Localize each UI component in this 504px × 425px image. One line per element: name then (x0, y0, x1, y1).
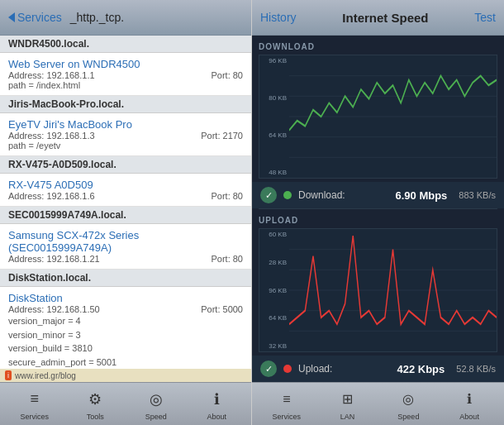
y-label: 48 KB (259, 169, 289, 176)
y-label: 96 KB (259, 57, 289, 64)
download-check-icon: ✓ (260, 187, 277, 203)
download-chart: 96 KB 80 KB 64 KB 48 KB (259, 55, 497, 179)
upload-stat-label: Upload: (298, 363, 332, 375)
right-speed-icon: ◎ (397, 388, 420, 411)
y-label: 32 KB (259, 342, 289, 350)
right-footer-item-lan[interactable]: ⊞ LAN (317, 388, 378, 421)
port-label: Port: 80 (211, 191, 243, 201)
footer-label-services: Services (20, 413, 49, 421)
port-label: Port: 80 (211, 254, 243, 264)
download-section: DOWNLOAD 96 KB 80 KB 64 KB 48 KB (252, 36, 504, 182)
upload-chart-svg (289, 229, 497, 351)
download-svg-container (289, 55, 497, 178)
section-header-macbook: Jiris-MacBook-Pro.local. (0, 96, 251, 113)
upload-label: UPLOAD (259, 216, 497, 225)
back-button[interactable]: Services (8, 11, 62, 24)
right-about-icon: ℹ (458, 388, 481, 411)
device-section-macbook: Jiris-MacBook-Pro.local. EyeTV Jiri's Ma… (0, 96, 251, 156)
y-label: 64 KB (259, 314, 289, 322)
device-item[interactable]: Samsung SCX-472x Series (SEC0015999A749A… (0, 224, 251, 270)
address-label: Address: 192.168.1.6 (8, 191, 95, 201)
device-detail: Address: 192.168.1.50 Port: 5000 (8, 304, 243, 314)
upload-check-icon: ✓ (260, 361, 277, 377)
right-footer-label-services: Services (273, 413, 302, 421)
device-name: Web Server on WNDR4500 (8, 58, 243, 70)
y-label: 28 KB (259, 259, 289, 266)
watermark-icon: i (5, 370, 12, 380)
device-path: path = /index.html (8, 80, 243, 90)
right-footer-label-lan: LAN (340, 413, 355, 421)
address-label: Address: 192.168.1.1 (8, 70, 95, 80)
device-section-sec: SEC0015999A749A.local. Samsung SCX-472x … (0, 207, 251, 270)
download-stats-bar: ✓ Download: 6.90 Mbps 883 KB/s (252, 182, 504, 208)
y-label: 96 KB (259, 287, 289, 294)
upload-chart: 60 KB 28 KB 96 KB 64 KB 32 KB (259, 228, 497, 352)
right-footer: ≡ Services ⊞ LAN ◎ Speed ℹ About (252, 382, 504, 425)
y-label: 60 KB (259, 231, 289, 238)
device-detail: Address: 192.168.1.1 Port: 80 (8, 70, 243, 80)
diskstation-extra: version_major = 4 version_minor = 3 vers… (8, 314, 243, 369)
section-header-diskstation: DiskStation.local. (0, 270, 251, 287)
services-icon: ≡ (23, 388, 46, 411)
footer-item-services[interactable]: ≡ Services (4, 388, 65, 421)
port-label: Port: 2170 (201, 131, 243, 141)
watermark: i www.ired.gr/blog (0, 369, 251, 382)
section-header-rxv475: RX-V475-A0D509.local. (0, 156, 251, 174)
footer-item-tools[interactable]: ⚙ Tools (65, 388, 126, 421)
device-item[interactable]: Web Server on WNDR4500 Address: 192.168.… (0, 53, 251, 96)
right-footer-item-services[interactable]: ≡ Services (256, 388, 317, 421)
footer-label-about: About (207, 413, 226, 421)
y-label: 80 KB (259, 94, 289, 102)
right-footer-item-speed[interactable]: ◎ Speed (378, 388, 440, 421)
right-panel: History Internet Speed Test DOWNLOAD 96 … (252, 0, 504, 425)
device-item[interactable]: RX-V475 A0D509 Address: 192.168.1.6 Port… (0, 174, 251, 207)
device-name: DiskStation (8, 292, 243, 304)
speed-icon: ◎ (145, 388, 168, 411)
watermark-text: www.ired.gr/blog (15, 371, 76, 380)
right-footer-label-about: About (459, 413, 479, 421)
right-header: History Internet Speed Test (252, 0, 504, 36)
right-lan-icon: ⊞ (336, 388, 359, 411)
back-label[interactable]: Services (17, 11, 62, 24)
device-section-diskstation: DiskStation.local. DiskStation Address: … (0, 270, 251, 369)
device-path: path = /eyetv (8, 141, 243, 150)
device-item[interactable]: DiskStation Address: 192.168.1.50 Port: … (0, 287, 251, 369)
footer-item-speed[interactable]: ◎ Speed (126, 388, 187, 421)
upload-speed-alt: 52.8 KB/s (456, 364, 496, 374)
device-section-wndr4500: WNDR4500.local. Web Server on WNDR4500 A… (0, 36, 251, 96)
device-detail: Address: 192.168.1.6 Port: 80 (8, 191, 243, 201)
address-label: Address: 192.168.1.50 (8, 304, 100, 314)
back-chevron-icon (8, 12, 15, 22)
address-label: Address: 192.168.1.21 (8, 254, 100, 264)
download-legend-dot (283, 191, 292, 199)
right-footer-item-about[interactable]: ℹ About (439, 388, 500, 421)
left-panel: Services _http._tcp. WNDR4500.local. Web… (0, 0, 252, 425)
download-speed-alt: 883 KB/s (459, 190, 496, 200)
upload-y-labels: 60 KB 28 KB 96 KB 64 KB 32 KB (259, 229, 289, 351)
right-services-icon: ≡ (275, 388, 298, 411)
tools-icon: ⚙ (83, 388, 107, 411)
download-chart-svg (289, 55, 497, 178)
test-button[interactable]: Test (474, 11, 496, 24)
left-header: Services _http._tcp. (0, 0, 251, 36)
footer-item-about[interactable]: ℹ About (187, 388, 248, 421)
section-header-sec: SEC0015999A749A.local. (0, 207, 251, 224)
right-title: Internet Speed (342, 11, 428, 25)
left-header-title: _http._tcp. (70, 11, 124, 24)
download-y-labels: 96 KB 80 KB 64 KB 48 KB (259, 55, 289, 178)
device-item[interactable]: EyeTV Jiri's MacBook Pro Address: 192.16… (0, 113, 251, 156)
device-detail: Address: 192.168.1.3 Port: 2170 (8, 131, 243, 141)
port-label: Port: 80 (211, 70, 243, 80)
upload-stats-bar: ✓ Upload: 422 Kbps 52.8 KB/s (252, 356, 504, 382)
right-footer-label-speed: Speed (397, 413, 419, 421)
download-label: DOWNLOAD (259, 42, 497, 51)
right-content: DOWNLOAD 96 KB 80 KB 64 KB 48 KB (252, 36, 504, 382)
history-button[interactable]: History (260, 11, 297, 24)
left-footer: ≡ Services ⚙ Tools ◎ Speed ℹ About (0, 382, 251, 425)
about-icon: ℹ (205, 388, 228, 411)
port-label: Port: 5000 (201, 304, 243, 314)
upload-speed: 422 Kbps (397, 363, 445, 375)
download-speed: 6.90 Mbps (396, 189, 448, 202)
device-detail: Address: 192.168.1.21 Port: 80 (8, 254, 243, 264)
device-name: EyeTV Jiri's MacBook Pro (8, 118, 243, 131)
